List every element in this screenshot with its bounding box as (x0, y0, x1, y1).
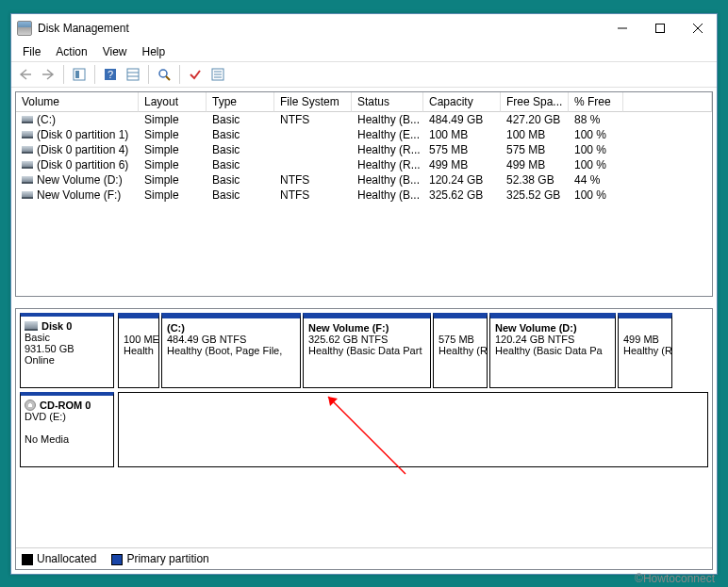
refresh-button[interactable] (154, 64, 174, 85)
volume-list[interactable]: Volume Layout Type File System Status Ca… (15, 91, 713, 297)
splitter[interactable] (15, 297, 713, 308)
col-layout[interactable]: Layout (139, 92, 207, 112)
disk-info[interactable]: Disk 0Basic931.50 GBOnline (20, 313, 114, 388)
menu-action[interactable]: Action (48, 43, 94, 60)
menu-view[interactable]: View (95, 43, 135, 60)
close-button[interactable] (679, 14, 717, 42)
legend-primary: Primary partition (111, 552, 208, 565)
volume-icon (22, 146, 33, 154)
volume-row[interactable]: (C:)SimpleBasicNTFSHealthy (B...484.49 G… (16, 112, 712, 127)
volume-icon (22, 176, 33, 184)
titlebar[interactable]: Disk Management (11, 14, 717, 42)
menubar: File Action View Help (11, 42, 717, 61)
col-pctfree[interactable]: % Free (569, 92, 623, 112)
col-type[interactable]: Type (207, 92, 274, 112)
legend: Unallocated Primary partition (16, 547, 712, 569)
partitions (118, 392, 708, 467)
col-filesystem[interactable]: File System (274, 92, 352, 112)
col-extra[interactable] (623, 92, 712, 112)
volume-row[interactable]: (Disk 0 partition 6)SimpleBasicHealthy (… (16, 157, 712, 172)
col-capacity[interactable]: Capacity (423, 92, 501, 112)
volume-icon (22, 131, 33, 139)
svg-text:?: ? (108, 69, 113, 80)
cd-icon (25, 399, 36, 411)
partitions: 100 MEHealth(C:)484.49 GB NTFSHealthy (B… (118, 313, 708, 388)
show-hide-button[interactable] (69, 64, 90, 85)
back-button (15, 64, 36, 85)
volume-list-header: Volume Layout Type File System Status Ca… (16, 92, 712, 112)
partition[interactable]: 100 MEHealth (118, 313, 159, 388)
partition[interactable]: New Volume (D:)120.24 GB NTFSHealthy (Ba… (489, 313, 616, 388)
legend-unallocated: Unallocated (22, 552, 96, 565)
maximize-button[interactable] (641, 14, 679, 42)
svg-rect-8 (127, 69, 139, 80)
minimize-button[interactable] (604, 14, 641, 42)
help-button[interactable]: ? (100, 64, 121, 85)
volume-row[interactable]: New Volume (F:)SimpleBasicNTFSHealthy (B… (16, 188, 712, 203)
disk-icon (25, 321, 38, 331)
app-icon (17, 21, 32, 36)
volume-icon (22, 161, 33, 169)
volume-icon (22, 191, 33, 199)
check-button[interactable] (185, 64, 206, 85)
settings-button[interactable] (123, 64, 143, 85)
disk-graphic-pane: Disk 0Basic931.50 GBOnline 100 MEHealth(… (15, 308, 713, 570)
svg-line-12 (166, 76, 170, 80)
col-status[interactable]: Status (352, 92, 423, 112)
disk-management-window: Disk Management File Action View Help ? (10, 13, 718, 575)
menu-file[interactable]: File (15, 43, 48, 60)
volume-icon (22, 116, 33, 123)
partition[interactable]: 575 MBHealthy (R (433, 313, 488, 388)
volume-row[interactable]: New Volume (D:)SimpleBasicNTFSHealthy (B… (16, 172, 712, 188)
col-volume[interactable]: Volume (16, 92, 139, 112)
svg-rect-1 (656, 24, 665, 33)
partition[interactable]: New Volume (F:)325.62 GB NTFSHealthy (Ba… (303, 313, 431, 388)
col-freespace[interactable]: Free Spa... (501, 92, 569, 112)
watermark: ©Howtoconnect (635, 572, 715, 585)
volume-row[interactable]: (Disk 0 partition 4)SimpleBasicHealthy (… (16, 142, 712, 157)
list-button[interactable] (207, 64, 228, 85)
partition[interactable]: (C:)484.49 GB NTFSHealthy (Boot, Page Fi… (161, 313, 301, 388)
toolbar: ? (11, 61, 717, 88)
menu-help[interactable]: Help (135, 43, 174, 60)
client-area: Volume Layout Type File System Status Ca… (11, 88, 717, 574)
disk-row[interactable]: Disk 0Basic931.50 GBOnline 100 MEHealth(… (20, 313, 708, 388)
svg-point-11 (159, 70, 167, 77)
partition[interactable]: 499 MBHealthy (R (618, 313, 672, 388)
disk-row[interactable]: CD-ROM 0DVD (E:)No Media (20, 392, 708, 467)
disk-info[interactable]: CD-ROM 0DVD (E:)No Media (20, 392, 114, 467)
window-title: Disk Management (38, 22, 604, 35)
svg-rect-5 (75, 71, 79, 78)
forward-button (38, 64, 58, 85)
partition-empty[interactable] (118, 392, 708, 467)
volume-row[interactable]: (Disk 0 partition 1)SimpleBasicHealthy (… (16, 127, 712, 142)
